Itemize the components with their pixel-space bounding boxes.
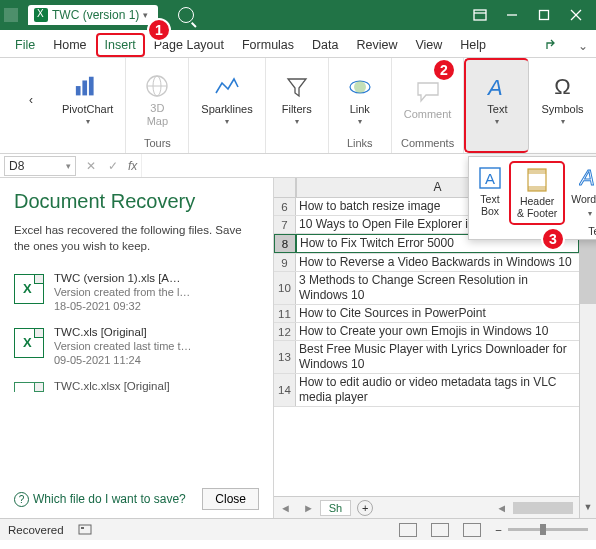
chevron-down-icon: ▾ xyxy=(358,117,362,126)
symbols-button[interactable]: Ω Symbols ▾ xyxy=(537,65,587,135)
tab-view[interactable]: View xyxy=(406,33,451,57)
annotation-badge-2: 2 xyxy=(432,58,456,82)
cancel-formula-icon[interactable]: ✕ xyxy=(80,159,102,173)
close-recovery-button[interactable]: Close xyxy=(202,488,259,510)
row-header[interactable]: 8 xyxy=(274,234,296,253)
sheet-tab[interactable]: Sh xyxy=(320,500,351,516)
ribbon: ‹ PivotChart ▾ 3D Map Tours xyxy=(0,58,596,154)
share-button[interactable] xyxy=(538,32,570,57)
row-header[interactable]: 11 xyxy=(274,305,296,322)
recovery-item[interactable]: TWC.xlc.xlsx [Original] xyxy=(14,374,259,392)
document-title-tab[interactable]: TWC (version 1) ▾ xyxy=(28,5,158,25)
ribbon-display-button[interactable] xyxy=(464,1,496,29)
ribbon-options-chevron-icon[interactable]: ⌄ xyxy=(570,35,596,57)
app-icon xyxy=(4,8,18,22)
filters-button[interactable]: Filters ▾ xyxy=(274,65,320,135)
tab-insert[interactable]: Insert xyxy=(96,33,145,57)
tab-formulas[interactable]: Formulas xyxy=(233,33,303,57)
question-icon: ? xyxy=(14,492,29,507)
header-footer-option[interactable]: Header & Footer xyxy=(509,161,565,225)
tab-help[interactable]: Help xyxy=(451,33,495,57)
chevron-down-icon: ▾ xyxy=(561,117,565,126)
select-all-corner[interactable] xyxy=(274,178,296,197)
row-header[interactable]: 10 xyxy=(274,272,296,304)
row-header[interactable]: 12 xyxy=(274,323,296,340)
text-dropdown-popup: A Text Box Header & Footer A WordArt ▾ T… xyxy=(468,156,596,240)
search-icon[interactable] xyxy=(178,7,194,23)
cell[interactable]: How to Create your own Emojis in Windows… xyxy=(296,323,579,340)
zoom-control[interactable]: − xyxy=(495,524,588,536)
link-icon xyxy=(346,73,374,101)
normal-view-button[interactable] xyxy=(399,523,417,537)
navigate-prev-button[interactable]: ‹ xyxy=(8,84,54,116)
pivotchart-button[interactable]: PivotChart ▾ xyxy=(58,65,117,135)
chevron-down-icon: ▾ xyxy=(66,161,71,171)
scroll-down-icon[interactable]: ▼ xyxy=(580,502,596,518)
share-icon xyxy=(546,36,562,50)
zoom-slider[interactable] xyxy=(508,528,588,531)
help-link[interactable]: ?Which file do I want to save? xyxy=(14,492,186,507)
recovery-item[interactable]: TWC.xls [Original] Version created last … xyxy=(14,320,259,374)
page-layout-view-button[interactable] xyxy=(431,523,449,537)
tab-home[interactable]: Home xyxy=(44,33,95,57)
table-row[interactable]: 11How to Cite Sources in PowerPoint xyxy=(274,305,596,323)
hscroll-thumb[interactable] xyxy=(513,502,573,514)
page-break-view-button[interactable] xyxy=(463,523,481,537)
table-row[interactable]: 103 Methods to Change Screen Resolution … xyxy=(274,272,596,305)
svg-rect-22 xyxy=(79,525,91,534)
svg-text:A: A xyxy=(486,75,503,99)
tab-review[interactable]: Review xyxy=(347,33,406,57)
table-row[interactable]: 9How to Reverse a Video Backwards in Win… xyxy=(274,254,596,272)
vertical-scrollbar[interactable]: ▲ ▼ xyxy=(579,198,596,518)
row-header[interactable]: 9 xyxy=(274,254,296,271)
sheet-nav-prev-icon[interactable]: ◄ xyxy=(274,502,297,514)
table-row[interactable]: 14How to edit audio or video metadata ta… xyxy=(274,374,596,407)
row-header[interactable]: 13 xyxy=(274,341,296,373)
textbox-icon: A xyxy=(477,165,503,191)
tab-data[interactable]: Data xyxy=(303,33,347,57)
cell[interactable]: How to edit audio or video metadata tags… xyxy=(296,374,579,406)
row-header[interactable]: 14 xyxy=(274,374,296,406)
svg-rect-23 xyxy=(81,527,84,529)
group-label-links: Links xyxy=(347,137,373,151)
sheet-nav-next-icon[interactable]: ► xyxy=(297,502,320,514)
name-box[interactable]: D8▾ xyxy=(4,156,76,176)
textbox-option[interactable]: A Text Box xyxy=(471,161,509,225)
table-row[interactable]: 12How to Create your own Emojis in Windo… xyxy=(274,323,596,341)
recovery-item[interactable]: TWC (version 1).xls [A… Version created … xyxy=(14,266,259,320)
chevron-down-icon: ▾ xyxy=(295,117,299,126)
svg-rect-7 xyxy=(76,86,81,95)
zoom-out-icon[interactable]: − xyxy=(495,524,502,536)
cell[interactable]: 3 Methods to Change Screen Resolution in… xyxy=(296,272,579,304)
maximize-button[interactable] xyxy=(528,1,560,29)
cell[interactable]: How to Cite Sources in PowerPoint xyxy=(296,305,579,322)
row-header[interactable]: 6 xyxy=(274,198,296,215)
fx-icon[interactable]: fx xyxy=(124,159,141,173)
hscroll-left-icon[interactable]: ◄ xyxy=(490,502,513,514)
close-window-button[interactable] xyxy=(560,1,592,29)
wordart-option[interactable]: A WordArt ▾ xyxy=(565,161,596,225)
sparklines-button[interactable]: Sparklines ▾ xyxy=(197,65,256,135)
accessibility-icon[interactable] xyxy=(78,522,92,538)
3d-map-button[interactable]: 3D Map xyxy=(134,65,180,135)
svg-text:A: A xyxy=(579,165,595,190)
table-row[interactable]: 13Best Free Music Player with Lyrics Dow… xyxy=(274,341,596,374)
ribbon-tabs: File Home Insert Page Layout Formulas Da… xyxy=(0,30,596,58)
status-text: Recovered xyxy=(8,524,64,536)
status-bar: Recovered − xyxy=(0,518,596,540)
row-header[interactable]: 7 xyxy=(274,216,296,233)
title-bar: TWC (version 1) ▾ xyxy=(0,0,596,30)
chevron-down-icon: ▾ xyxy=(225,117,229,126)
chevron-down-icon: ▾ xyxy=(588,209,592,218)
tab-file[interactable]: File xyxy=(6,33,44,57)
group-label-comments: Comments xyxy=(401,137,454,151)
cell[interactable]: Best Free Music Player with Lyrics Downl… xyxy=(296,341,579,373)
add-sheet-button[interactable]: + xyxy=(357,500,373,516)
chevron-left-icon: ‹ xyxy=(17,86,45,114)
enter-formula-icon[interactable]: ✓ xyxy=(102,159,124,173)
svg-rect-8 xyxy=(82,80,87,95)
text-button[interactable]: A Text ▾ xyxy=(474,65,520,135)
cell[interactable]: How to Reverse a Video Backwards in Wind… xyxy=(296,254,579,271)
link-button[interactable]: Link ▾ xyxy=(337,65,383,135)
minimize-button[interactable] xyxy=(496,1,528,29)
